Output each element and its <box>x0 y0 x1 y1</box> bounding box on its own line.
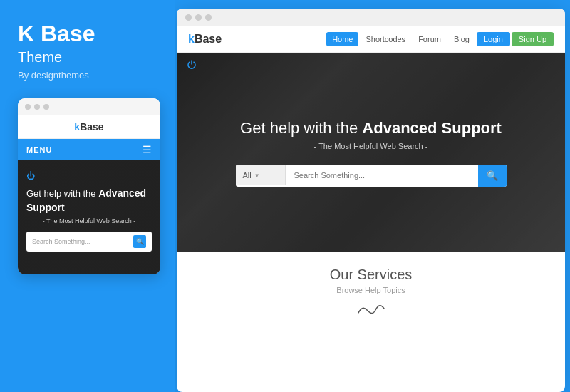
nav-link-home[interactable]: Home <box>326 32 358 46</box>
mobile-mockup: kBase MENU ☰ ⏻ Get help with the Advance… <box>18 98 160 274</box>
signup-button[interactable]: Sign Up <box>512 32 554 46</box>
nav-link-forum[interactable]: Forum <box>413 32 447 46</box>
mobile-dot-3 <box>43 104 49 110</box>
desktop-logo: kBase <box>188 33 222 46</box>
left-panel: K Base Theme By designthemes kBase MENU … <box>0 0 175 392</box>
hamburger-icon: ☰ <box>142 145 152 155</box>
desktop-nav-links: Home Shortcodes Forum Blog Login Sign Up <box>326 32 554 46</box>
mobile-search-placeholder: Search Something... <box>32 238 90 245</box>
brand-by: By designthemes <box>18 70 157 81</box>
login-button[interactable]: Login <box>477 32 510 46</box>
mobile-dot-2 <box>34 104 40 110</box>
desktop-logo-base: Base <box>195 33 222 46</box>
mobile-power-icon: ⏻ <box>26 171 152 181</box>
brand-title: K Base <box>18 21 157 46</box>
mobile-logo-k: k <box>74 121 80 133</box>
nav-link-shortcodes[interactable]: Shortcodes <box>360 32 411 46</box>
select-arrow-icon: ▼ <box>254 172 260 179</box>
desktop-logo-k: k <box>188 33 195 46</box>
mobile-search-box[interactable]: Search Something... 🔍 <box>26 232 152 252</box>
hero-power-icon <box>187 60 197 72</box>
brand-name: K Base Theme By designthemes <box>18 21 157 81</box>
nav-link-blog[interactable]: Blog <box>448 32 475 46</box>
hero-search-input[interactable] <box>286 165 478 185</box>
desktop-navbar: kBase Home Shortcodes Forum Blog Login S… <box>177 26 565 53</box>
hero-content: Get help with the Advanced Support - The… <box>207 119 535 187</box>
desktop-browser-bar <box>177 9 565 26</box>
desktop-mockup: kBase Home Shortcodes Forum Blog Login S… <box>177 9 565 392</box>
desktop-hero: Get help with the Advanced Support - The… <box>177 53 565 252</box>
desktop-dot-1 <box>185 14 192 21</box>
hero-search-row[interactable]: All ▼ 🔍 <box>236 165 507 187</box>
services-subtitle: Browse Help Topics <box>188 286 554 294</box>
desktop-dot-2 <box>195 14 202 21</box>
mobile-search-button[interactable]: 🔍 <box>133 235 146 248</box>
mobile-hero: ⏻ Get help with the Advanced Support - T… <box>18 160 160 274</box>
hero-search-button[interactable]: 🔍 <box>478 165 507 187</box>
category-select[interactable]: All ▼ <box>236 165 286 185</box>
services-title: Our Services <box>188 267 554 283</box>
mobile-search-icon: 🔍 <box>136 238 144 245</box>
brand-subtitle: Theme <box>18 49 157 66</box>
hero-title: Get help with the Advanced Support <box>236 119 507 138</box>
mobile-menu-bar[interactable]: MENU ☰ <box>18 139 160 160</box>
mobile-browser-bar <box>18 98 160 115</box>
mobile-nav: kBase <box>18 115 160 139</box>
mobile-hero-subtitle: - The Most Helpful Web Search - <box>26 217 152 225</box>
mobile-dot-1 <box>25 104 31 110</box>
mobile-logo-base: Base <box>80 121 103 133</box>
mobile-menu-label: MENU <box>26 145 52 154</box>
services-wave-icon <box>188 303 554 320</box>
mobile-hero-text: Get help with the Advanced Support <box>26 187 152 215</box>
services-section: Our Services Browse Help Topics <box>177 252 565 327</box>
hero-subtitle: - The Most Helpful Web Search - <box>236 142 507 150</box>
desktop-dot-3 <box>205 14 212 21</box>
hero-search-icon: 🔍 <box>487 170 498 181</box>
